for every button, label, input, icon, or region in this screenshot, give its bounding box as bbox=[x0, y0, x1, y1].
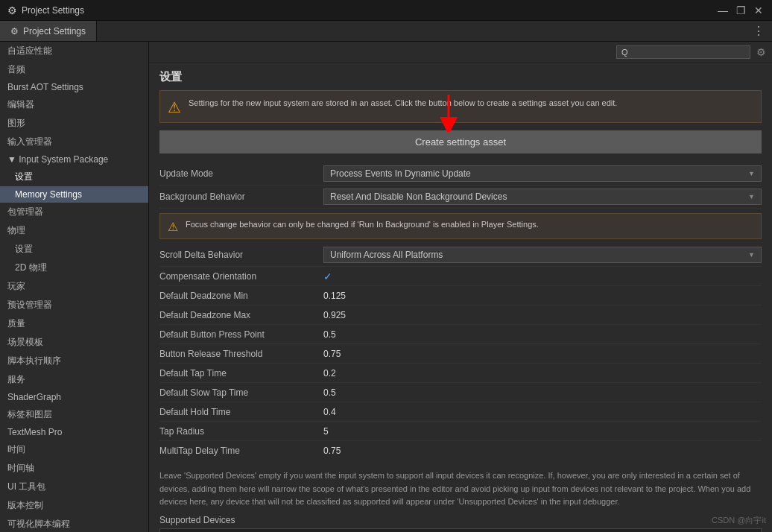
search-input[interactable] bbox=[616, 45, 750, 59]
sidebar-item-13[interactable]: 玩家 bbox=[0, 277, 148, 296]
app-icon: ⚙ bbox=[7, 4, 17, 16]
hold-time-value: 0.4 bbox=[323, 407, 762, 417]
multitap-row: MultiTap Delay Time 0.75 bbox=[159, 441, 762, 460]
tap-radius-value: 5 bbox=[323, 426, 762, 437]
sidebar-item-17[interactable]: 脚本执行顺序 bbox=[0, 352, 148, 370]
tap-time-value: 0.2 bbox=[323, 368, 762, 379]
update-mode-value: Process Events In Dynamic Update bbox=[330, 168, 471, 179]
sidebar-item-16[interactable]: 场景模板 bbox=[0, 333, 148, 352]
compensate-orientation-row: Compensate Orientation ✓ bbox=[159, 267, 762, 286]
button-release-value: 0.75 bbox=[323, 349, 762, 359]
minimize-button[interactable]: — bbox=[717, 4, 729, 16]
tab-menu-button[interactable]: ⋮ bbox=[745, 24, 772, 38]
background-behavior-label: Background Behavior bbox=[159, 191, 323, 202]
sidebar-item-6[interactable]: ▼ Input System Package bbox=[0, 151, 148, 168]
sidebar-item-0[interactable]: 自适应性能 bbox=[0, 42, 148, 60]
sidebar-item-5[interactable]: 输入管理器 bbox=[0, 133, 148, 151]
hold-time-label: Default Hold Time bbox=[159, 407, 323, 417]
deadzone-min-row: Default Deadzone Min 0.125 bbox=[159, 286, 762, 305]
compensate-orientation-label: Compensate Orientation bbox=[159, 271, 323, 282]
background-behavior-value: Reset And Disable Non Background Devices bbox=[330, 191, 507, 202]
close-button[interactable]: ✕ bbox=[753, 4, 765, 16]
deadzone-max-value: 0.925 bbox=[323, 310, 762, 320]
create-settings-asset-button[interactable]: Create settings asset bbox=[159, 130, 762, 153]
button-press-label: Default Button Press Point bbox=[159, 329, 323, 340]
sidebar-item-9[interactable]: 包管理器 bbox=[0, 203, 148, 221]
create-button-wrapper: Create settings asset bbox=[159, 130, 762, 162]
warning-text: Settings for the new input system are st… bbox=[189, 97, 617, 110]
top-search-bar: ⚙ bbox=[149, 42, 772, 63]
maximize-button[interactable]: ❐ bbox=[735, 4, 747, 16]
sidebar-item-19[interactable]: ShaderGraph bbox=[0, 389, 148, 405]
button-release-label: Button Release Threshold bbox=[159, 349, 323, 359]
sidebar-item-10[interactable]: 物理 bbox=[0, 221, 148, 240]
deadzone-min-value: 0.125 bbox=[323, 291, 762, 301]
sidebar-item-11[interactable]: 设置 bbox=[0, 240, 148, 259]
sidebar-item-26[interactable]: 可视化脚本编程 bbox=[0, 515, 148, 532]
tab-bar: ⚙ Project Settings ⋮ bbox=[0, 21, 772, 42]
scroll-delta-value: Uniform Across All Platforms bbox=[330, 250, 443, 260]
button-release-row: Button Release Threshold 0.75 bbox=[159, 344, 762, 364]
sidebar-item-23[interactable]: 时间轴 bbox=[0, 459, 148, 478]
sidebar-item-25[interactable]: 版本控制 bbox=[0, 496, 148, 515]
watermark: CSDN @向宇it bbox=[712, 515, 766, 526]
supported-devices-header: Supported Devices bbox=[159, 515, 762, 525]
tap-time-label: Default Tap Time bbox=[159, 368, 323, 379]
deadzone-max-label: Default Deadzone Max bbox=[159, 310, 323, 320]
sidebar-item-12[interactable]: 2D 物理 bbox=[0, 259, 148, 277]
sidebar-item-24[interactable]: UI 工具包 bbox=[0, 478, 148, 496]
warning-box: ⚠ Settings for the new input system are … bbox=[159, 90, 762, 123]
multitap-value: 0.75 bbox=[323, 446, 762, 456]
sidebar-item-1[interactable]: 音频 bbox=[0, 60, 148, 79]
sidebar-item-7[interactable]: 设置 bbox=[0, 168, 148, 186]
settings-section: Update Mode Process Events In Dynamic Up… bbox=[159, 162, 762, 460]
content-area: ⚙ 设置 ⚠ Settings for the new input system… bbox=[149, 42, 772, 532]
button-press-value: 0.5 bbox=[323, 329, 762, 340]
update-mode-dropdown[interactable]: Process Events In Dynamic Update ▼ bbox=[323, 165, 762, 182]
tap-radius-row: Tap Radius 5 bbox=[159, 422, 762, 441]
deadzone-max-row: Default Deadzone Max 0.925 bbox=[159, 305, 762, 325]
scroll-delta-label: Scroll Delta Behavior bbox=[159, 250, 323, 260]
sidebar-item-20[interactable]: 标签和图层 bbox=[0, 405, 148, 424]
background-behavior-dropdown[interactable]: Reset And Disable Non Background Devices… bbox=[323, 189, 762, 205]
sidebar: 自适应性能音频Burst AOT Settings编辑器图形输入管理器▼ Inp… bbox=[0, 42, 149, 532]
warning-icon: ⚠ bbox=[168, 98, 181, 116]
title-bar: ⚙ Project Settings — ❐ ✕ bbox=[0, 0, 772, 21]
sidebar-item-2[interactable]: Burst AOT Settings bbox=[0, 79, 148, 95]
button-press-row: Default Button Press Point 0.5 bbox=[159, 325, 762, 344]
sidebar-item-22[interactable]: 时间 bbox=[0, 440, 148, 459]
tab-label: Project Settings bbox=[23, 26, 86, 37]
scroll-delta-dropdown[interactable]: Uniform Across All Platforms ▼ bbox=[323, 247, 762, 263]
slow-tap-row: Default Slow Tap Time 0.5 bbox=[159, 383, 762, 402]
info-text: Focus change behavior can only be change… bbox=[186, 218, 539, 231]
sidebar-item-4[interactable]: 图形 bbox=[0, 114, 148, 133]
sidebar-item-15[interactable]: 质量 bbox=[0, 314, 148, 333]
info-warning-icon: ⚠ bbox=[168, 220, 178, 234]
sidebar-item-14[interactable]: 预设管理器 bbox=[0, 296, 148, 314]
description-text: Leave 'Supported Devices' empty if you w… bbox=[159, 469, 762, 509]
sidebar-item-18[interactable]: 服务 bbox=[0, 370, 148, 389]
info-box: ⚠ Focus change behavior can only be chan… bbox=[159, 213, 762, 239]
section-title-text: 设置 bbox=[159, 70, 182, 84]
empty-list-box: 空列表 bbox=[159, 528, 762, 532]
tab-settings-icon: ⚙ bbox=[10, 26, 19, 37]
title-text: Project Settings bbox=[22, 5, 717, 16]
tap-radius-label: Tap Radius bbox=[159, 426, 323, 437]
scroll-delta-row: Scroll Delta Behavior Uniform Across All… bbox=[159, 244, 762, 267]
sidebar-item-8[interactable]: Memory Settings bbox=[0, 186, 148, 203]
compensate-orientation-checkbox[interactable]: ✓ bbox=[323, 270, 332, 282]
update-mode-row: Update Mode Process Events In Dynamic Up… bbox=[159, 162, 762, 186]
section-title-row: 设置 bbox=[159, 70, 762, 84]
main-layout: 自适应性能音频Burst AOT Settings编辑器图形输入管理器▼ Inp… bbox=[0, 42, 772, 532]
update-mode-label: Update Mode bbox=[159, 168, 323, 179]
content-gear-icon[interactable]: ⚙ bbox=[756, 46, 766, 58]
tap-time-row: Default Tap Time 0.2 bbox=[159, 364, 762, 383]
sidebar-item-21[interactable]: TextMesh Pro bbox=[0, 424, 148, 440]
sidebar-item-3[interactable]: 编辑器 bbox=[0, 95, 148, 114]
project-settings-tab[interactable]: ⚙ Project Settings bbox=[0, 21, 97, 41]
dropdown-arrow-icon: ▼ bbox=[748, 170, 755, 177]
dropdown-arrow-icon2: ▼ bbox=[748, 193, 755, 200]
background-behavior-row: Background Behavior Reset And Disable No… bbox=[159, 186, 762, 209]
dropdown-arrow-icon3: ▼ bbox=[748, 251, 755, 259]
hold-time-row: Default Hold Time 0.4 bbox=[159, 402, 762, 422]
